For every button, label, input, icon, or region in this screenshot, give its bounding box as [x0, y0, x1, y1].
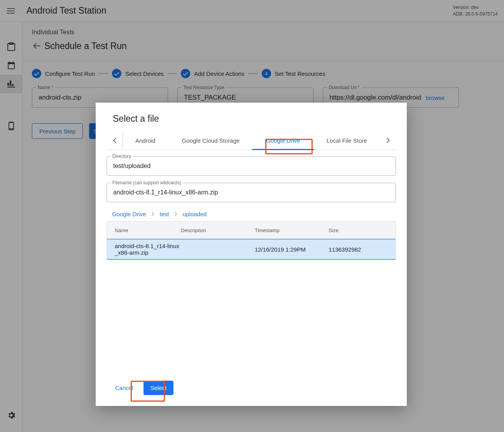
chevron-right-icon	[175, 212, 177, 216]
select-button[interactable]: Select	[144, 381, 174, 395]
dialog-body: Directory Filename (can support wildcard…	[96, 150, 407, 381]
directory-label: Directory	[111, 154, 133, 159]
cell-size: 1136392982	[329, 246, 391, 253]
tab-gcs[interactable]: Google Cloud Storage	[175, 131, 247, 150]
crumb-root[interactable]: Google Drive	[112, 211, 146, 217]
cell-name: android-cts-8.1_r14-linux_x86-arm.zip	[107, 243, 181, 256]
select-file-dialog: Select a file Android Google Cloud Stora…	[96, 103, 407, 406]
tabs: Android Google Cloud Storage Google Driv…	[122, 131, 380, 150]
table-row[interactable]: android-cts-8.1_r14-linux_x86-arm.zip 12…	[107, 239, 396, 260]
dialog-title: Select a file	[96, 114, 407, 131]
filename-field[interactable]: Filename (can support wildcards)	[107, 183, 396, 202]
tab-android[interactable]: Android	[128, 131, 163, 150]
table-header: Name Description Timestamp Size	[107, 222, 396, 239]
chevron-right-icon	[152, 212, 154, 216]
crumb-uploaded[interactable]: uploaded	[183, 211, 207, 217]
chevron-right-icon[interactable]	[380, 131, 396, 150]
file-table: Name Description Timestamp Size android-…	[107, 221, 396, 260]
cell-ts: 12/16/2019 1:29PM	[255, 246, 329, 253]
dialog-actions: Cancel Select	[96, 381, 407, 398]
directory-input[interactable]	[112, 162, 390, 170]
tab-google-drive[interactable]: Google Drive	[259, 131, 307, 150]
col-ts: Timestamp	[255, 227, 329, 233]
col-desc: Description	[181, 227, 255, 233]
filename-label: Filename (can support wildcards)	[111, 180, 183, 185]
filename-input[interactable]	[112, 189, 390, 196]
col-size: Size	[329, 227, 391, 233]
directory-field[interactable]: Directory	[107, 156, 396, 176]
path-breadcrumbs: Google Drive test uploaded	[107, 209, 396, 221]
crumb-test[interactable]: test	[160, 211, 169, 217]
cancel-button[interactable]: Cancel	[111, 381, 137, 394]
col-name: Name	[107, 227, 181, 233]
tab-row: Android Google Cloud Storage Google Driv…	[107, 131, 396, 150]
chevron-left-icon[interactable]	[107, 131, 122, 150]
tab-local-file-store[interactable]: Local File Store	[320, 131, 374, 150]
